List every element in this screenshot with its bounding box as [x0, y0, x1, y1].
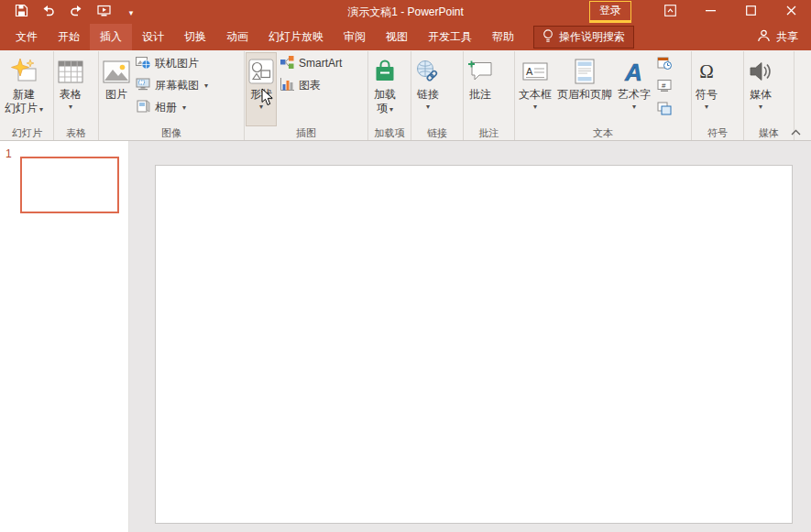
slides-panel[interactable]: 1 — [0, 141, 129, 532]
maximize-button[interactable] — [730, 0, 771, 24]
svg-text:#: # — [662, 81, 666, 89]
tab-slideshow[interactable]: 幻灯片放映 — [258, 24, 334, 50]
workspace: 1 — [0, 141, 811, 532]
shapes-icon — [248, 55, 274, 88]
online-pictures-button[interactable]: 联机图片 — [133, 52, 211, 74]
speaker-icon — [748, 55, 773, 88]
dropdown-caret — [69, 102, 72, 111]
screenshot-button[interactable]: 屏幕截图 — [133, 74, 211, 96]
save-icon — [15, 4, 28, 20]
photo-album-button[interactable]: 相册 — [133, 96, 211, 118]
group-label-slides: 幻灯片 — [1, 126, 53, 140]
group-label-tables: 表格 — [54, 126, 98, 140]
slide-number: 1 — [5, 147, 12, 160]
tab-view[interactable]: 视图 — [376, 24, 418, 50]
group-label-symbols: 符号 — [692, 126, 743, 140]
chevron-down-icon — [129, 5, 134, 18]
table-button[interactable]: 表格 — [55, 52, 86, 126]
textbox-button[interactable]: A 文本框 — [516, 52, 554, 126]
powerpoint-window: 演示文稿1 - PowerPoint 登录 — [0, 0, 811, 532]
group-label-images: 图像 — [99, 126, 244, 140]
dropdown-caret — [182, 103, 186, 112]
comment-icon — [467, 55, 493, 88]
group-links: 链接 链接 — [411, 51, 464, 140]
group-slides: 新建 幻灯片 幻灯片 — [1, 51, 54, 140]
close-icon — [786, 5, 796, 18]
smartart-button[interactable]: SmartArt — [277, 52, 345, 74]
omega-symbol-icon: Ω — [699, 55, 714, 88]
pictures-button[interactable]: 图片 — [100, 52, 133, 126]
tab-help[interactable]: 帮助 — [482, 24, 524, 50]
group-label-links: 链接 — [411, 126, 463, 140]
lightbulb-icon — [542, 29, 553, 46]
tab-design[interactable]: 设计 — [132, 24, 174, 50]
start-from-beginning-button[interactable] — [90, 0, 117, 24]
group-label-addins: 加载项 — [368, 126, 411, 140]
tell-me-search[interactable]: 操作说明搜索 — [533, 26, 634, 49]
tab-file[interactable]: 文件 — [5, 24, 48, 50]
tab-transitions[interactable]: 切换 — [174, 24, 216, 50]
ribbon-display-options-button[interactable] — [650, 0, 690, 24]
tab-developer[interactable]: 开发工具 — [418, 24, 482, 50]
addins-button[interactable]: 加载 项 — [369, 52, 400, 126]
group-text: A 文本框 页眉和页脚 A 艺术字 — [515, 51, 692, 140]
comment-button[interactable]: 批注 — [465, 52, 496, 126]
header-footer-icon — [574, 55, 596, 88]
save-button[interactable] — [7, 0, 35, 24]
dropdown-caret — [39, 104, 43, 114]
collapse-ribbon-button[interactable] — [788, 126, 803, 137]
date-time-button[interactable] — [653, 52, 675, 75]
close-button[interactable] — [771, 0, 811, 24]
group-label-media: 媒体 — [744, 126, 794, 140]
link-icon — [415, 55, 441, 88]
dropdown-caret — [759, 102, 762, 111]
pictures-icon — [103, 55, 130, 88]
group-illustrations: 形状 SmartArt 图表 — [245, 51, 368, 140]
group-comments: 批注 批注 — [464, 51, 515, 140]
slide-number-button[interactable]: # — [653, 75, 675, 98]
group-label-illustrations: 插图 — [245, 126, 367, 140]
quick-access-toolbar — [0, 0, 145, 24]
tab-review[interactable]: 审阅 — [334, 24, 376, 50]
photo-album-icon — [136, 99, 151, 116]
sign-in-button[interactable]: 登录 — [589, 1, 631, 23]
redo-icon — [69, 5, 83, 19]
chart-button[interactable]: 图表 — [277, 74, 345, 96]
addins-icon — [372, 55, 398, 88]
screenshot-icon — [136, 77, 151, 94]
link-button[interactable]: 链接 — [412, 52, 444, 126]
new-slide-button[interactable]: 新建 幻灯片 — [2, 52, 46, 126]
insert-object-button[interactable] — [653, 98, 675, 121]
smartart-icon — [279, 55, 295, 72]
header-footer-button[interactable]: 页眉和页脚 — [554, 52, 615, 126]
ribbon-tab-row: 文件 开始 插入 设计 切换 动画 幻灯片放映 审阅 视图 开发工具 帮助 操作… — [0, 24, 811, 50]
group-label-comments: 批注 — [464, 126, 514, 140]
wordart-icon: A — [621, 55, 647, 88]
dropdown-caret — [259, 102, 263, 111]
media-button[interactable]: 媒体 — [745, 52, 776, 126]
slide[interactable] — [155, 165, 793, 524]
dropdown-caret — [632, 102, 636, 111]
dropdown-caret — [705, 102, 708, 111]
tab-animations[interactable]: 动画 — [216, 24, 258, 50]
share-button[interactable]: 共享 — [744, 24, 811, 50]
wordart-button[interactable]: A 艺术字 — [615, 52, 653, 126]
tab-home[interactable]: 开始 — [48, 24, 90, 50]
customize-qat-button[interactable] — [117, 0, 145, 24]
start-from-beginning-icon — [97, 5, 111, 19]
new-slide-icon — [10, 55, 38, 88]
window-title: 演示文稿1 - PowerPoint — [165, 0, 646, 24]
dropdown-caret — [426, 102, 430, 111]
group-images: 图片 联机图片 屏幕截图 — [99, 51, 245, 140]
slide-canvas-area[interactable] — [129, 141, 811, 532]
tab-insert[interactable]: 插入 — [90, 24, 132, 50]
titlebar-right: 登录 — [589, 0, 811, 24]
minimize-button[interactable] — [690, 0, 730, 24]
symbol-button[interactable]: Ω 符号 — [693, 52, 720, 126]
slide-thumbnail[interactable] — [20, 157, 119, 213]
date-time-icon — [657, 56, 672, 72]
tell-me-label: 操作说明搜索 — [559, 29, 625, 45]
redo-button[interactable] — [62, 0, 90, 24]
undo-button[interactable] — [35, 0, 62, 24]
shapes-button[interactable]: 形状 — [246, 52, 277, 126]
